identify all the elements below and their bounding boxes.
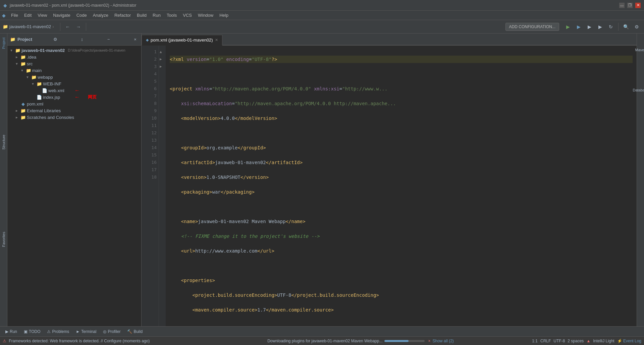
tree-icon-scratches: 📁 — [20, 115, 26, 120]
project-header-gear[interactable]: ⚙ — [52, 36, 59, 43]
run-button[interactable]: ▶ — [563, 22, 573, 31]
tree-scratches-folder[interactable]: ► 📁 Scratches and Consoles — [7, 114, 141, 121]
minimize-button[interactable]: — — [619, 3, 625, 8]
main-area: Project 📁 Project ⚙ ↕ − × ▼ 📁 javaweb-01… — [0, 33, 644, 326]
tree-arrow-src: ▼ — [14, 62, 19, 66]
sidebar-tab-project[interactable]: Project — [1, 35, 6, 52]
code-line-13: <!-- FIXME change it to the project's we… — [170, 232, 633, 240]
gutter-3: ▶ — [160, 56, 165, 63]
profiler-icon: ◎ — [103, 329, 106, 334]
tree-icon-root: 📁 — [15, 48, 20, 53]
toolbar-project: 📁 javaweb-01-maven02 › — [3, 24, 54, 29]
title-bar: ◆ javaweb-01-maven02 - pom.xml (javaweb-… — [0, 0, 644, 11]
close-button[interactable]: ✕ — [635, 3, 641, 8]
menu-code[interactable]: Code — [74, 12, 90, 19]
bottom-tab-profiler-label: Profiler — [108, 329, 120, 334]
title-bar-left: ◆ javaweb-01-maven02 - pom.xml (javaweb-… — [3, 3, 136, 8]
tree-extlib-folder[interactable]: ► 📁 External Libraries — [7, 107, 141, 114]
menu-analyze[interactable]: Analyze — [90, 12, 111, 19]
tree-icon-src: 📁 — [20, 61, 26, 66]
problems-icon: ⚠ — [47, 329, 51, 334]
menu-build[interactable]: Build — [134, 12, 149, 19]
tree-icon-main: 📁 — [26, 68, 31, 73]
tree-webapp-folder[interactable]: ▼ 📁 webapp — [7, 74, 141, 80]
line-num-16: 16 — [142, 159, 157, 166]
menu-vcs[interactable]: VCS — [180, 12, 195, 19]
line-num-15: 15 — [142, 151, 157, 159]
add-configuration-button[interactable]: ADD CONFIGURATION... — [505, 23, 559, 31]
search-everywhere-button[interactable]: 🔍 — [621, 22, 631, 31]
project-header-sort[interactable]: ↕ — [79, 36, 86, 43]
bottom-tab-terminal-label: Terminal — [81, 329, 96, 334]
tree-main-folder[interactable]: ▼ 📁 main — [7, 67, 141, 74]
status-theme: IntelliJ Light — [593, 339, 614, 343]
bottom-tab-terminal[interactable]: ► Terminal — [73, 328, 99, 335]
editor-tabs: ◆ pom.xml (javaweb-01-maven02) ✕ — [142, 33, 637, 46]
tree-src-folder[interactable]: ▼ 📁 src — [7, 60, 141, 67]
line-num-18: 18 — [142, 174, 157, 181]
menu-file[interactable]: File — [8, 12, 21, 19]
bottom-tab-problems[interactable]: ⚠ Problems — [44, 328, 72, 335]
debug-button[interactable]: ▶ — [574, 22, 583, 31]
bottom-tab-run[interactable]: ▶ Run — [3, 328, 20, 335]
menu-navigate[interactable]: Navigate — [50, 12, 73, 19]
status-event-log[interactable]: ⚡ Event Log — [617, 339, 641, 343]
code-content[interactable]: <?xml version="1.0" encoding="UTF-8"?> <… — [166, 46, 637, 326]
sidebar-tab-maven[interactable]: Maven — [632, 47, 644, 53]
menu-tools[interactable]: Tools — [164, 12, 179, 19]
tree-arrow-scratches: ► — [14, 116, 19, 119]
toolbar: 📁 javaweb-01-maven02 › ← → ADD CONFIGURA… — [0, 20, 644, 33]
settings-button[interactable]: ⚙ — [632, 22, 641, 31]
menu-help[interactable]: Help — [217, 12, 231, 19]
tree-root[interactable]: ▼ 📁 javaweb-01-maven02 D:\IdeaProjects\j… — [7, 47, 141, 54]
tree-webxml-file[interactable]: 📄 web.xml ← — [7, 87, 141, 94]
tree-webinf-folder[interactable]: ▼ 📁 WEB-INF — [7, 80, 141, 87]
menu-run[interactable]: Run — [150, 12, 163, 19]
tree-icon-extlib: 📁 — [20, 108, 26, 113]
status-left: ⚠ Frameworks detected: Web framework is … — [3, 339, 265, 343]
tree-pomxml-file[interactable]: ◆ pom.xml — [7, 100, 141, 107]
status-line-col: 1:1 — [532, 339, 538, 343]
status-encoding: UTF-8 — [553, 339, 565, 343]
tree-icon-pomxml: ◆ — [20, 101, 26, 107]
status-show-all[interactable]: Show all (2) — [432, 339, 453, 343]
sidebar-tab-favorites[interactable]: Favorites — [1, 229, 6, 250]
tree-idea-folder[interactable]: ► 📁 .idea — [7, 54, 141, 60]
project-header-hide[interactable]: × — [132, 36, 139, 43]
line-num-6: 6 — [142, 85, 157, 92]
tree-arrow-main: ▼ — [19, 69, 25, 72]
tree-arrow-webapp: ▼ — [25, 75, 30, 79]
toolbar-project-name: javaweb-01-maven02 — [9, 24, 51, 29]
line-num-12: 12 — [142, 129, 157, 137]
progress-bar-fill — [384, 340, 409, 342]
project-panel-title: Project — [17, 37, 32, 42]
tab-close-pomxml[interactable]: ✕ — [215, 38, 218, 42]
sidebar-tab-database[interactable]: Database — [630, 87, 644, 93]
menu-window[interactable]: Window — [195, 12, 216, 19]
editor-tab-pomxml[interactable]: ◆ pom.xml (javaweb-01-maven02) ✕ — [142, 35, 222, 46]
coverage-button[interactable]: ▶ — [585, 22, 594, 31]
code-line-11 — [170, 203, 633, 210]
bottom-tab-build[interactable]: 🔨 Build — [124, 328, 145, 335]
menu-view[interactable]: View — [35, 12, 50, 19]
toolbar-back-btn[interactable]: ← — [63, 22, 72, 31]
bottom-tab-todo[interactable]: ▣ TODO — [21, 328, 43, 335]
project-panel-header: 📁 Project ⚙ ↕ − × — [7, 33, 141, 46]
line-num-8: 8 — [142, 100, 157, 107]
tree-indexjsp-file[interactable]: 📄 index.jsp ← 网页 — [7, 94, 141, 100]
status-center-text: Downloading plugins for javaweb-01-maven… — [267, 339, 382, 343]
code-line-14: <url>http://www.example.com</url> — [170, 247, 633, 255]
code-line-3: <project xmlns="http://maven.apache.org/… — [170, 85, 633, 92]
toolbar-forward-btn[interactable]: → — [74, 22, 83, 31]
project-header-collapse[interactable]: − — [105, 36, 112, 43]
sidebar-tab-structure[interactable]: Structure — [1, 132, 6, 152]
tree-arrow-extlib: ► — [14, 109, 19, 113]
bottom-tab-profiler[interactable]: ◎ Profiler — [100, 328, 123, 335]
code-line-7: <groupId>org.example</groupId> — [170, 144, 633, 151]
maximize-button[interactable]: ❐ — [627, 3, 633, 8]
refresh-button[interactable]: ↻ — [606, 22, 615, 31]
profile-button[interactable]: ▶ — [595, 22, 605, 31]
menu-refactor[interactable]: Refactor — [112, 12, 133, 19]
menu-edit[interactable]: Edit — [21, 12, 34, 19]
code-editor[interactable]: 1 2 3 4 5 6 7 8 9 10 11 12 13 14 15 16 1… — [142, 46, 637, 326]
